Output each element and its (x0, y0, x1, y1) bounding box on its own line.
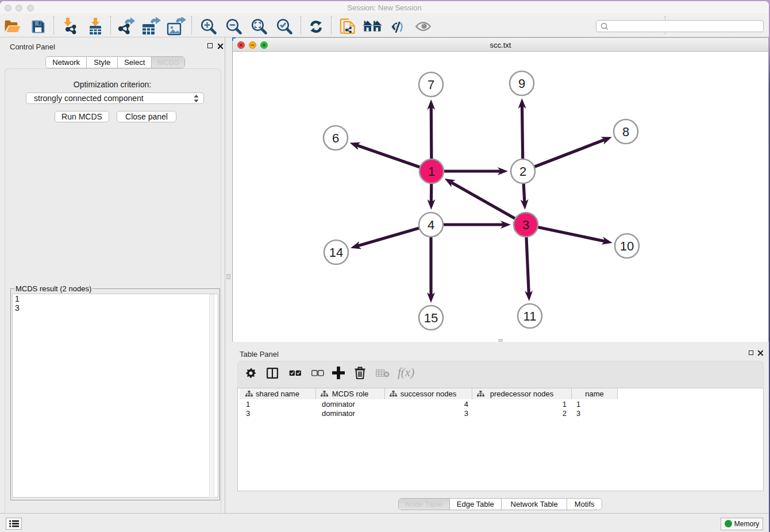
svg-text:4: 4 (428, 218, 434, 232)
svg-text:2: 2 (519, 164, 526, 179)
svg-text:11: 11 (523, 309, 537, 323)
svg-text:6: 6 (332, 131, 339, 145)
svg-text:9: 9 (518, 76, 525, 91)
svg-text:3: 3 (522, 218, 529, 232)
svg-text:8: 8 (622, 125, 629, 139)
svg-text:14: 14 (329, 245, 343, 260)
svg-text:7: 7 (428, 78, 434, 92)
svg-text:1: 1 (428, 164, 435, 179)
svg-text:10: 10 (620, 239, 634, 253)
svg-text:15: 15 (424, 311, 438, 325)
